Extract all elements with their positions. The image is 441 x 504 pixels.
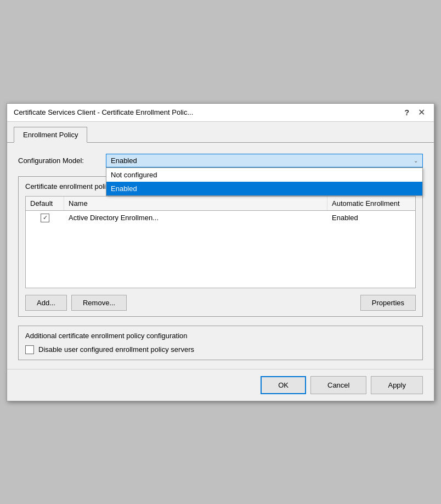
disable-checkbox-label: Disable user configured enrollment polic… bbox=[38, 345, 194, 354]
disable-checkbox[interactable] bbox=[25, 345, 34, 354]
table-row[interactable]: ✓ Active Directory Enrollmen... Enabled bbox=[26, 211, 415, 225]
dropdown-arrow-icon: ⌄ bbox=[414, 158, 418, 164]
col-header-name: Name bbox=[64, 197, 327, 210]
config-model-label: Configuration Model: bbox=[18, 156, 106, 165]
dialog-content: Configuration Model: Enabled ⌄ Not confi… bbox=[7, 143, 434, 369]
cancel-button[interactable]: Cancel bbox=[310, 376, 366, 394]
tab-enrollment-policy[interactable]: Enrollment Policy bbox=[14, 127, 87, 143]
ok-button[interactable]: OK bbox=[261, 376, 306, 394]
title-bar: Certificate Services Client - Certificat… bbox=[7, 104, 434, 122]
config-model-dropdown-container: Enabled ⌄ Not configured Enabled bbox=[106, 154, 423, 167]
dialog-window: Certificate Services Client - Certificat… bbox=[7, 103, 434, 401]
dropdown-item-not-configured[interactable]: Not configured bbox=[106, 168, 422, 182]
properties-button[interactable]: Properties bbox=[360, 295, 416, 311]
title-bar-left: Certificate Services Client - Certificat… bbox=[14, 108, 193, 116]
col-header-auto-enrollment: Automatic Enrollment bbox=[327, 197, 415, 210]
row-auto-enrollment-cell: Enabled bbox=[327, 211, 415, 225]
help-button[interactable]: ? bbox=[404, 108, 409, 117]
add-button[interactable]: Add... bbox=[25, 295, 67, 311]
apply-button[interactable]: Apply bbox=[371, 376, 423, 394]
disable-checkbox-row: Disable user configured enrollment polic… bbox=[25, 345, 416, 354]
policy-table: Default Name Automatic Enrollment ✓ Acti… bbox=[25, 196, 416, 288]
row-default-cell: ✓ bbox=[26, 211, 64, 225]
row-name-cell: Active Directory Enrollmen... bbox=[64, 211, 327, 225]
remove-button[interactable]: Remove... bbox=[71, 295, 127, 311]
config-model-dropdown-menu: Not configured Enabled bbox=[106, 167, 423, 196]
additional-group: Additional certificate enrollment policy… bbox=[18, 326, 423, 360]
window-title: Certificate Services Client - Certificat… bbox=[14, 108, 193, 116]
col-header-default: Default bbox=[26, 197, 64, 210]
additional-group-label: Additional certificate enrollment policy… bbox=[25, 332, 416, 340]
config-model-row: Configuration Model: Enabled ⌄ Not confi… bbox=[18, 154, 423, 167]
close-button[interactable]: ✕ bbox=[416, 108, 427, 117]
default-checkbox-icon: ✓ bbox=[41, 214, 49, 222]
table-actions: Add... Remove... Properties bbox=[25, 295, 416, 311]
title-bar-right: ? ✕ bbox=[404, 108, 427, 117]
dropdown-item-enabled[interactable]: Enabled bbox=[106, 182, 422, 195]
table-header: Default Name Automatic Enrollment bbox=[26, 197, 415, 211]
config-model-dropdown[interactable]: Enabled ⌄ bbox=[106, 154, 423, 167]
policy-group: Certificate enrollment policy list Defau… bbox=[18, 176, 423, 317]
tab-enrollment-policy-label: Enrollment Policy bbox=[23, 131, 78, 139]
tab-bar: Enrollment Policy bbox=[7, 122, 434, 143]
config-model-selected-value: Enabled bbox=[111, 156, 137, 165]
dialog-footer: OK Cancel Apply bbox=[7, 369, 434, 401]
table-body: ✓ Active Directory Enrollmen... Enabled bbox=[26, 211, 415, 288]
